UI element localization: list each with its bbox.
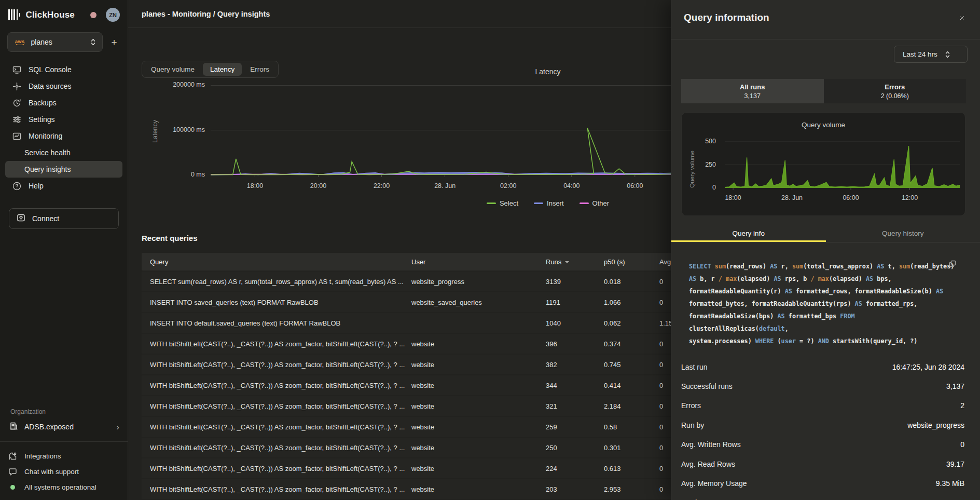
stat-value: website_progress bbox=[907, 421, 964, 429]
sidebar-item-chat-support[interactable]: Chat with support bbox=[0, 464, 128, 479]
p50-cell: 2.184 bbox=[604, 402, 659, 410]
sql-console-icon bbox=[12, 65, 22, 74]
notification-dot[interactable] bbox=[90, 12, 96, 18]
monitoring-icon bbox=[12, 131, 22, 141]
user-cell: website_progress bbox=[411, 278, 546, 286]
sidebar-item-label: Monitoring bbox=[29, 132, 62, 140]
legend-swatch bbox=[487, 202, 496, 204]
sidebar-item-label: Data sources bbox=[29, 82, 71, 90]
stat-value: 3,137 bbox=[946, 382, 964, 390]
user-cell: website bbox=[411, 340, 546, 348]
add-service-button[interactable]: + bbox=[107, 35, 121, 49]
app-root: ClickHouse ZN aws planes + SQL Console D… bbox=[0, 0, 980, 500]
footer-item-label: Chat with support bbox=[24, 468, 79, 476]
x-tick-label: 28. Jun bbox=[771, 194, 813, 201]
sidebar-item-label: SQL Console bbox=[29, 65, 72, 74]
legend-item-select[interactable]: Select bbox=[487, 199, 518, 207]
sql-code-line: formatReadableSize(bps) AS formatted_bps… bbox=[689, 310, 957, 335]
avatar[interactable]: ZN bbox=[106, 8, 120, 22]
clickhouse-logo-icon bbox=[8, 9, 20, 20]
segment-value: 3,137 bbox=[744, 92, 761, 100]
segment-all-runs[interactable]: All runs 3,137 bbox=[681, 79, 824, 103]
x-tick-label: 02:00 bbox=[488, 182, 529, 190]
query-cell: INSERT INTO saved_queries (text) FORMAT … bbox=[142, 299, 411, 306]
system-status-row[interactable]: All systems operational bbox=[0, 479, 128, 495]
sidebar-item-sql-console[interactable]: SQL Console bbox=[5, 61, 122, 78]
time-range-select[interactable]: Last 24 hrs bbox=[894, 46, 968, 63]
sidebar-item-integrations[interactable]: Integrations bbox=[0, 448, 128, 464]
service-name: planes bbox=[31, 38, 84, 46]
connect-icon bbox=[17, 213, 25, 224]
stat-row: Successful runs3,137 bbox=[681, 376, 964, 396]
user-cell: website bbox=[411, 402, 546, 410]
tab-query-info[interactable]: Query info bbox=[671, 226, 826, 242]
organization-row[interactable]: ADSB.exposed › bbox=[9, 422, 119, 432]
p50-cell: 0.58 bbox=[604, 423, 659, 431]
sql-code-line: formatted_bytes, formatReadableQuantity(… bbox=[689, 298, 957, 310]
column-header-runs[interactable]: Runs bbox=[546, 258, 604, 266]
stat-label: Successful runs bbox=[681, 382, 733, 390]
copy-icon[interactable] bbox=[946, 260, 959, 269]
user-cell: website bbox=[411, 382, 546, 389]
sidebar-item-data-sources[interactable]: Data sources bbox=[5, 78, 122, 94]
query-cell: SELECT sum(read_rows) AS r, sum(total_ro… bbox=[142, 278, 411, 286]
status-ok-dot-icon bbox=[10, 485, 15, 490]
stat-row: Avg. Read Rows39.17 bbox=[681, 454, 964, 474]
page-title: planes - Monitoring / Query insights bbox=[142, 10, 270, 18]
sidebar-item-service-health[interactable]: Service health bbox=[5, 144, 122, 161]
legend-item-insert[interactable]: Insert bbox=[534, 199, 564, 207]
panel-divider bbox=[671, 39, 980, 39]
column-header-user[interactable]: User bbox=[411, 258, 546, 266]
sidebar-item-help[interactable]: Help bbox=[5, 178, 122, 194]
connect-button[interactable]: Connect bbox=[9, 208, 119, 229]
query-cell: WITH bitShiftLeft(CAST(?..), _CAST(?..))… bbox=[142, 402, 411, 410]
brand-name: ClickHouse bbox=[25, 10, 75, 20]
connect-label: Connect bbox=[32, 214, 59, 223]
legend-label: Other bbox=[592, 199, 610, 207]
x-tick-label: 04:00 bbox=[551, 182, 592, 190]
stat-value: 9.35 MiB bbox=[936, 479, 964, 488]
sidebar-footer: Integrations Chat with support All syste… bbox=[0, 442, 128, 500]
sidebar-item-query-insights[interactable]: Query insights bbox=[5, 161, 122, 178]
sidebar: ClickHouse ZN aws planes + SQL Console D… bbox=[0, 0, 128, 500]
p50-cell: 0.062 bbox=[604, 319, 659, 327]
legend-label: Insert bbox=[547, 199, 564, 207]
stat-value: 0 bbox=[960, 440, 964, 449]
user-cell: website bbox=[411, 361, 546, 369]
runs-cell: 224 bbox=[546, 465, 604, 472]
p50-cell: 0.018 bbox=[604, 278, 659, 286]
runs-cell: 382 bbox=[546, 361, 604, 369]
settings-sliders-icon bbox=[12, 115, 22, 124]
service-selector[interactable]: aws planes bbox=[7, 32, 103, 52]
column-header-p50-s-[interactable]: p50 (s) bbox=[604, 258, 659, 266]
stat-label: Last run bbox=[681, 363, 708, 371]
legend-item-other[interactable]: Other bbox=[579, 199, 610, 207]
legend-swatch bbox=[534, 202, 543, 204]
sql-code-block: SELECT sum(read_rows) AS r, sum(total_ro… bbox=[689, 260, 957, 347]
column-header-query[interactable]: Query bbox=[142, 258, 411, 266]
legend-label: Select bbox=[500, 199, 518, 207]
sidebar-item-monitoring[interactable]: Monitoring bbox=[5, 128, 122, 144]
sidebar-item-label: Backups bbox=[29, 99, 57, 107]
user-cell: website bbox=[411, 485, 546, 493]
stat-value: 2 bbox=[960, 401, 964, 410]
organization-label: Organization bbox=[10, 408, 128, 415]
tab-query-history[interactable]: Query history bbox=[826, 226, 980, 242]
chart-title: Query volume bbox=[682, 121, 965, 129]
legend-swatch bbox=[579, 202, 589, 204]
chevron-updown-icon bbox=[945, 50, 950, 59]
runs-cell: 396 bbox=[546, 340, 604, 348]
stat-value: 16:47:25, Jun 28 2024 bbox=[892, 363, 964, 371]
p50-cell: 0.745 bbox=[604, 361, 659, 369]
segment-errors[interactable]: Errors 2 (0.06%) bbox=[824, 79, 967, 103]
sidebar-item-settings[interactable]: Settings bbox=[5, 111, 122, 128]
aws-icon: aws bbox=[15, 39, 25, 45]
x-tick-label: 06:00 bbox=[614, 182, 656, 190]
sidebar-item-backups[interactable]: Backups bbox=[5, 94, 122, 111]
query-cell: WITH bitShiftLeft(CAST(?..), _CAST(?..))… bbox=[142, 485, 411, 493]
close-icon[interactable] bbox=[956, 12, 968, 24]
sql-code-line: formatReadableQuantity(r) AS formatted_r… bbox=[689, 285, 957, 298]
x-tick-label: 12:00 bbox=[889, 194, 931, 201]
query-volume-plot bbox=[725, 138, 960, 190]
runs-cell: 203 bbox=[546, 485, 604, 493]
